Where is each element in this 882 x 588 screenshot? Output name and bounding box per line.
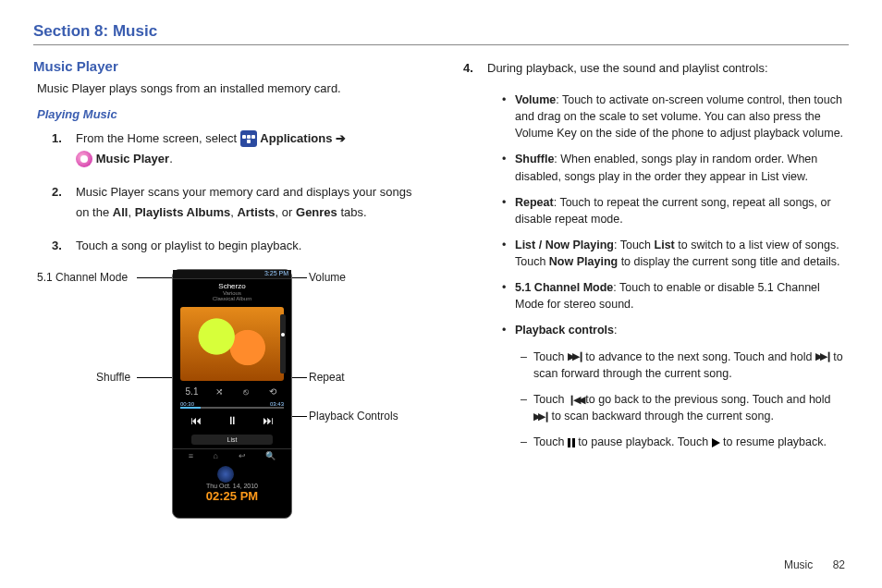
text: : Touch to activate on-screen volume con… [515,93,843,140]
tab-all: All [113,205,129,219]
list-button[interactable]: List [191,435,273,445]
track-album: Classical Album [173,296,291,301]
term: Shuffle [515,153,554,165]
footer-section: Music [784,558,813,571]
share-button[interactable]: ⎋ [239,386,252,397]
text: From the Home screen, select [76,131,240,145]
step-3: 3. Touch a song or playlist to begin pla… [52,236,424,256]
step-number: 2. [52,182,76,223]
51ch-toggle[interactable]: 5.1 [186,386,199,397]
step-number: 4. [463,58,487,79]
next-icon: ▶▶❙ [533,410,548,424]
applications-icon [240,130,257,147]
text: to go back to the previous song. Touch a… [582,393,831,406]
leader-line [137,377,172,378]
label-repeat: Repeat [309,371,345,384]
music-player-intro: Music Player plays songs from an install… [37,80,424,98]
bullet-list: Volume: Touch to activate on-screen volu… [506,92,849,450]
shuffle-toggle[interactable]: ⤨ [213,386,226,397]
text: to scan backward through the current son… [548,410,774,423]
section-title: Section 8: Music [33,22,849,45]
text: : Touch [614,239,655,251]
music-player-heading: Music Player [33,58,424,74]
sub-prev: Touch ❙◀◀ to go back to the previous son… [521,391,849,424]
step-number: 3. [52,236,76,256]
leader-line [290,377,307,378]
track-info: Scherzo Various Classical Album [173,279,291,304]
page-footer: Music 82 [784,558,845,571]
music-player-icon [76,151,92,167]
next-icon: ▶▶❙ [815,349,830,364]
step-text: Music Player scans your memory card and … [76,182,424,223]
play-pause-button[interactable]: ⏸ [227,414,238,427]
play-icon [712,438,720,447]
term: 5.1 Channel Mode [515,281,613,294]
text: Touch [533,393,568,406]
text: , or [276,205,296,219]
prev-button[interactable]: ⏮ [190,414,202,427]
phone-mock: 3:25 PM Scherzo Various Classical Album … [172,269,292,519]
step-1: 1. From the Home screen, select Applicat… [52,129,424,169]
term: Volume [515,93,556,106]
text: : [614,324,617,337]
term: List / Now Playing [515,239,614,251]
page-number: 82 [833,558,845,571]
home-clock: 02:25 PM [173,489,291,503]
nav-keys: ≡ ⌂ ↩ 🔍 [173,448,291,462]
search-key[interactable]: 🔍 [265,451,276,460]
term: Playback controls [515,324,614,337]
text: to display the current song title and de… [618,255,839,268]
text: tabs. [337,205,367,219]
columns: Music Player Music Player plays songs fr… [33,58,849,528]
sub-pause-play: Touch to pause playback. Touch to resume… [521,434,849,450]
bullet-playback-controls: Playback controls: [506,322,849,338]
next-button[interactable]: ⏭ [263,414,274,427]
bullet-volume: Volume: Touch to activate on-screen volu… [506,92,849,141]
progress[interactable]: 00:3003:43 [180,401,284,409]
step-text: From the Home screen, select Application… [76,129,424,169]
now-playing-label: Now Playing [549,255,618,268]
text: Touch [533,435,568,448]
sub-list: Touch ▶▶❙ to advance to the next song. T… [521,349,849,451]
step-number: 1. [52,129,76,169]
album-art [180,307,284,381]
text: Touch [533,350,568,363]
home-bar: Thu Oct. 14, 2010 02:25 PM [173,462,291,503]
volume-slider[interactable] [280,314,286,374]
playing-music-heading: Playing Music [37,107,424,121]
left-column: Music Player Music Player plays songs fr… [33,58,424,528]
step-4: 4. During playback, use the sound and pl… [463,58,849,79]
status-time: 3:25 PM [264,270,288,276]
step-text: During playback, use the sound and playl… [487,58,849,79]
home-date: Thu Oct. 14, 2010 [173,483,291,489]
toggle-row: 5.1 ⤨ ⎋ ⟲ [173,384,291,399]
label-playback-controls: Playback Controls [309,410,398,423]
tab-playlists-albums: Playlists Albums [135,205,231,219]
list-label: List [655,239,675,251]
next-icon: ▶▶❙ [568,349,582,364]
label-shuffle: Shuffle [96,371,130,384]
label-volume: Volume [309,271,346,284]
text: to pause playback. Touch [575,435,712,448]
leader-line [137,277,172,278]
step-text: Touch a song or playlist to begin playba… [76,236,424,256]
pause-icon [568,438,575,447]
bullet-list-now-playing: List / Now Playing: Touch List to switch… [506,237,849,270]
menu-key[interactable]: ≡ [189,451,193,460]
track-title: Scherzo [173,282,291,290]
leader-line [290,416,307,417]
label-51-channel: 5.1 Channel Mode [37,271,128,284]
tab-artists: Artists [237,205,275,219]
text: to resume playback. [720,435,827,448]
step-2: 2. Music Player scans your memory card a… [52,182,424,223]
back-key[interactable]: ↩ [239,451,246,460]
applications-label: Applications [260,131,332,145]
tab-genres: Genres [296,205,337,219]
text: to advance to the next song. Touch and h… [582,350,815,363]
bullet-repeat: Repeat: Touch to repeat the current song… [506,194,849,227]
repeat-toggle[interactable]: ⟲ [266,386,279,397]
term: Repeat [515,196,554,209]
home-key[interactable]: ⌂ [214,451,218,460]
bullet-shuffle: Shuffle: When enabled, songs play in ran… [506,151,849,184]
home-orb[interactable] [217,466,234,483]
